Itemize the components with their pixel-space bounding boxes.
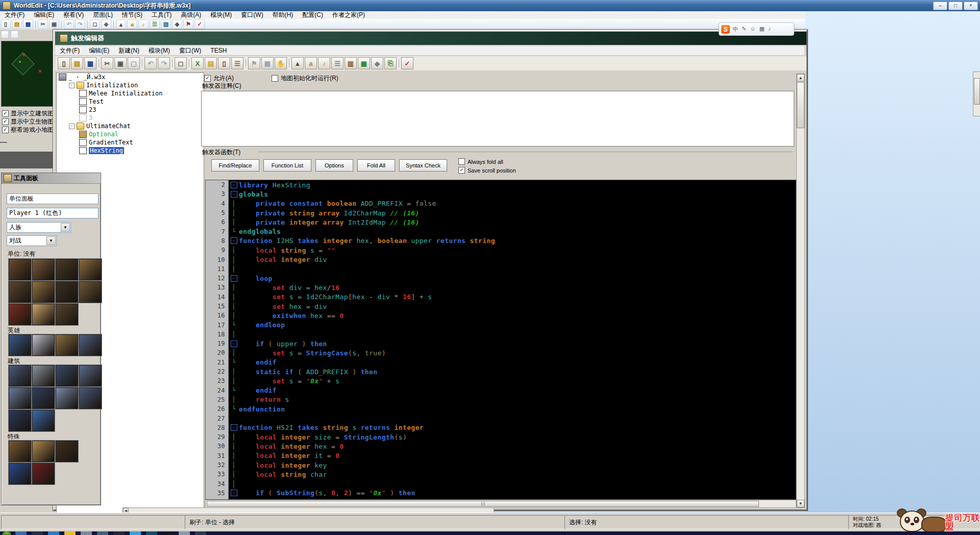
taskbar-app-4[interactable] <box>81 531 92 535</box>
tree-row-hexstring[interactable]: HexString <box>57 147 204 155</box>
code-line-17[interactable]: 17└ endloop <box>206 320 796 329</box>
maximize-button[interactable]: □ <box>948 2 963 10</box>
trigger-menu-tesh[interactable]: TESH <box>206 47 231 54</box>
cut-icon[interactable]: ✂ <box>101 57 113 69</box>
fold-marker[interactable]: - <box>229 236 239 246</box>
taskbar-app-6[interactable] <box>113 531 125 535</box>
mode-combo-arrow-icon[interactable]: ▼ <box>46 236 56 245</box>
taskbar-app-1[interactable] <box>32 531 43 535</box>
building-icon-1-1[interactable] <box>32 387 55 409</box>
sound-icon[interactable]: ♪ <box>138 19 149 29</box>
taskbar-app-5[interactable] <box>97 531 108 535</box>
new-trigger-icon[interactable]: ▯ <box>58 57 70 69</box>
main-menu-察看v[interactable]: 察看(V) <box>59 11 88 19</box>
desktop-scroll-fragment[interactable] <box>973 71 980 116</box>
building-icon-1-2[interactable] <box>56 387 78 409</box>
copy-icon[interactable]: ▣ <box>114 57 127 69</box>
main-menu-编辑e[interactable]: 编辑(E) <box>29 11 59 19</box>
sogou-icon-1[interactable]: ✎ <box>742 26 746 33</box>
code-line-29[interactable]: 29│ local integer size = StringLength(s) <box>206 432 796 442</box>
unit-icon-1-0[interactable] <box>9 281 31 303</box>
code-line-22[interactable]: 22│ static if ( ADD_PREFIX ) then <box>206 367 796 376</box>
code-line-11[interactable]: 11│ <box>206 264 796 274</box>
special-icon-1-1[interactable] <box>32 463 55 484</box>
code-line-25[interactable]: 25│ return s <box>206 395 796 404</box>
taskbar-app-2[interactable] <box>48 531 59 535</box>
code-line-27[interactable]: 27 <box>206 414 796 423</box>
main-menu-高级a[interactable]: 高级(A) <box>176 11 206 19</box>
save2-icon[interactable]: ▦ <box>261 57 274 69</box>
open-icon[interactable]: ▤ <box>71 57 83 69</box>
new-icon[interactable]: ▯ <box>1 19 11 29</box>
hero-icon-0-0[interactable] <box>9 334 31 356</box>
start-button-icon[interactable] <box>2 531 11 535</box>
brush-icon[interactable]: ◆ <box>101 19 111 29</box>
run-on-init-row[interactable]: 地图初始化时运行(R) <box>272 74 338 83</box>
taskbar-app-10[interactable] <box>179 531 190 535</box>
options-button[interactable]: Options <box>315 159 353 172</box>
code-line-2[interactable]: 2-library HexString <box>206 180 796 189</box>
code-line-31[interactable]: 31│ local integer it = 0 <box>206 451 796 460</box>
paste-icon[interactable]: ▢ <box>128 57 140 69</box>
text-tool-icon[interactable]: a <box>127 19 137 29</box>
main-menu-文件f[interactable]: 文件(F) <box>0 11 29 19</box>
building-icon-2-0[interactable] <box>9 410 31 431</box>
redo-icon[interactable]: ↷ <box>75 19 85 29</box>
tree-row-ultimatechat[interactable]: -UltimateChat <box>57 122 204 130</box>
save-icon[interactable]: ▦ <box>23 19 33 29</box>
select-icon[interactable]: ◻ <box>175 57 187 69</box>
main-menu-窗口w[interactable]: 窗口(W) <box>236 11 267 19</box>
code-line-10[interactable]: 10│ local integer div <box>206 255 796 264</box>
text-editor-icon[interactable]: a <box>305 57 317 69</box>
tree-row-optional[interactable]: Optional <box>57 130 204 138</box>
sogou-icon-0[interactable]: 中 <box>732 26 738 33</box>
tree-row-_-_-w3x[interactable]: _ · _Й.w3x <box>57 73 204 81</box>
function-list-button[interactable]: Function List <box>263 159 311 172</box>
sogou-icon-4[interactable]: ♪ <box>768 26 771 33</box>
trigger-comment-box[interactable] <box>201 91 794 147</box>
code-line-26[interactable]: 26└endfunction <box>206 404 796 414</box>
code-line-14[interactable]: 14│ set s = Id2CharMap[hex - div * 16] +… <box>206 293 796 302</box>
vscroll-down-arrow[interactable]: ▼ <box>797 500 804 507</box>
always-fold-checkbox[interactable] <box>458 158 465 165</box>
mini-button-1[interactable] <box>1 31 9 38</box>
flag-icon[interactable]: ⚑ <box>248 57 260 69</box>
view-option-checkbox-0[interactable]: ✓ <box>2 110 9 117</box>
object-manager-icon[interactable]: ◆ <box>371 57 383 69</box>
import-manager-icon[interactable]: ⎘ <box>384 57 397 69</box>
fold-marker[interactable]: - <box>229 489 239 498</box>
building-icon-0-1[interactable] <box>32 365 55 386</box>
building-icon-1-3[interactable] <box>79 387 102 409</box>
unit-icon-1-2[interactable] <box>56 281 78 303</box>
code-line-32[interactable]: 32│ local integer key <box>206 460 796 470</box>
camera-icon[interactable]: ◈ <box>172 19 182 29</box>
code-line-12[interactable]: 12- loop <box>206 274 796 283</box>
unit-icon-2-2[interactable] <box>56 304 78 325</box>
view-option-checkbox-1[interactable]: ✓ <box>2 118 9 125</box>
tree-row-3[interactable]: 3 <box>57 114 204 122</box>
code-line-13[interactable]: 13│ set div = hex/16 <box>206 283 796 292</box>
code-line-23[interactable]: 23│ set s = "0x" + s <box>206 376 796 385</box>
fold-marker[interactable]: - <box>229 423 239 432</box>
sogou-icon-3[interactable]: ▦ <box>759 26 764 33</box>
code-editor[interactable]: 2-library HexString3-globals4│ private c… <box>205 180 796 500</box>
tree-expander-icon[interactable]: - <box>69 124 75 129</box>
undo-icon[interactable]: ↶ <box>144 57 157 69</box>
enabled-checkbox[interactable]: ✓ <box>204 75 211 82</box>
tree-row-initialization[interactable]: -Initialization <box>57 81 204 89</box>
code-line-35[interactable]: 35- if ( SubString(s, 0, 2) == "0x" ) th… <box>206 489 796 498</box>
main-menu-情节s[interactable]: 情节(S) <box>117 11 147 19</box>
fold-marker[interactable]: - <box>229 339 239 348</box>
always-fold-row[interactable]: Always fold all <box>458 158 503 165</box>
main-menu-配置c[interactable]: 配置(C) <box>298 11 328 19</box>
mode-combo[interactable]: 对战 ▼ <box>7 235 57 246</box>
vscroll-up-arrow[interactable]: ▲ <box>797 74 804 82</box>
main-menu-帮助h[interactable]: 帮助(H) <box>268 11 298 19</box>
code-hscrollbar[interactable] <box>205 500 796 508</box>
tool-palette-titlebar[interactable]: 工具面板 <box>2 173 101 184</box>
campaign-editor-icon[interactable]: ▥ <box>345 57 357 69</box>
tree-row-23[interactable]: 23 <box>57 106 204 114</box>
ai-editor-icon[interactable]: ▩ <box>358 57 370 69</box>
sound-editor-icon[interactable]: ♪ <box>318 57 330 69</box>
building-icon-0-3[interactable] <box>79 365 102 386</box>
